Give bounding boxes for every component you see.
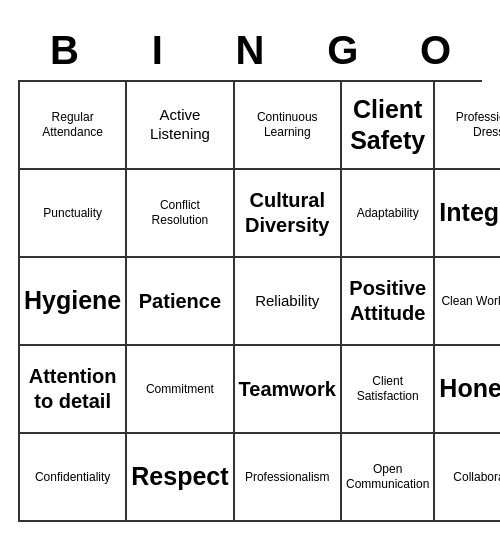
cell-text-7: Cultural Diversity (239, 188, 336, 238)
cell-text-12: Reliability (255, 292, 319, 311)
cell-text-18: Client Satisfaction (346, 374, 429, 404)
bingo-cell-7[interactable]: Cultural Diversity (235, 170, 342, 258)
bingo-cell-6[interactable]: Conflict Resolution (127, 170, 234, 258)
cell-text-20: Confidentiality (35, 470, 110, 485)
bingo-cell-0[interactable]: Regular Attendance (20, 82, 127, 170)
cell-text-21: Respect (131, 461, 228, 492)
bingo-cell-11[interactable]: Patience (127, 258, 234, 346)
bingo-cell-10[interactable]: Hygiene (20, 258, 127, 346)
cell-text-15: Attention to detail (24, 364, 121, 414)
bingo-letter-g: G (296, 22, 389, 78)
cell-text-16: Commitment (146, 382, 214, 397)
bingo-cell-1[interactable]: Active Listening (127, 82, 234, 170)
cell-text-6: Conflict Resolution (131, 198, 228, 228)
cell-text-9: Integrity (439, 197, 500, 228)
cell-text-0: Regular Attendance (24, 110, 121, 140)
cell-text-17: Teamwork (239, 377, 336, 402)
bingo-cell-15[interactable]: Attention to detail (20, 346, 127, 434)
cell-text-23: Open Communication (346, 462, 429, 492)
cell-text-1: Active Listening (131, 106, 228, 144)
cell-text-5: Punctuality (43, 206, 102, 221)
bingo-cell-14[interactable]: Clean Workspace (435, 258, 500, 346)
cell-text-13: Positive Attitude (346, 276, 429, 326)
bingo-cell-13[interactable]: Positive Attitude (342, 258, 435, 346)
bingo-cell-24[interactable]: Collaboration (435, 434, 500, 522)
cell-text-10: Hygiene (24, 285, 121, 316)
cell-text-3: Client Safety (346, 94, 429, 157)
bingo-cell-4[interactable]: Professional Dress (435, 82, 500, 170)
bingo-cell-21[interactable]: Respect (127, 434, 234, 522)
bingo-header: BINGO (18, 22, 482, 78)
bingo-cell-19[interactable]: Honesty (435, 346, 500, 434)
cell-text-19: Honesty (439, 373, 500, 404)
bingo-cell-3[interactable]: Client Safety (342, 82, 435, 170)
cell-text-2: Continuous Learning (239, 110, 336, 140)
bingo-letter-n: N (204, 22, 297, 78)
bingo-cell-8[interactable]: Adaptability (342, 170, 435, 258)
cell-text-4: Professional Dress (439, 110, 500, 140)
bingo-cell-12[interactable]: Reliability (235, 258, 342, 346)
bingo-cell-9[interactable]: Integrity (435, 170, 500, 258)
bingo-cell-16[interactable]: Commitment (127, 346, 234, 434)
bingo-cell-18[interactable]: Client Satisfaction (342, 346, 435, 434)
cell-text-14: Clean Workspace (441, 294, 500, 309)
bingo-cell-5[interactable]: Punctuality (20, 170, 127, 258)
cell-text-22: Professionalism (245, 470, 330, 485)
bingo-cell-22[interactable]: Professionalism (235, 434, 342, 522)
bingo-cell-20[interactable]: Confidentiality (20, 434, 127, 522)
bingo-grid: Regular AttendanceActive ListeningContin… (18, 80, 482, 522)
cell-text-8: Adaptability (357, 206, 419, 221)
bingo-letter-b: B (18, 22, 111, 78)
bingo-letter-i: I (111, 22, 204, 78)
bingo-cell-23[interactable]: Open Communication (342, 434, 435, 522)
cell-text-11: Patience (139, 289, 221, 314)
bingo-cell-17[interactable]: Teamwork (235, 346, 342, 434)
bingo-cell-2[interactable]: Continuous Learning (235, 82, 342, 170)
bingo-card: BINGO Regular AttendanceActive Listening… (10, 14, 490, 530)
cell-text-24: Collaboration (453, 470, 500, 485)
bingo-letter-o: O (389, 22, 482, 78)
